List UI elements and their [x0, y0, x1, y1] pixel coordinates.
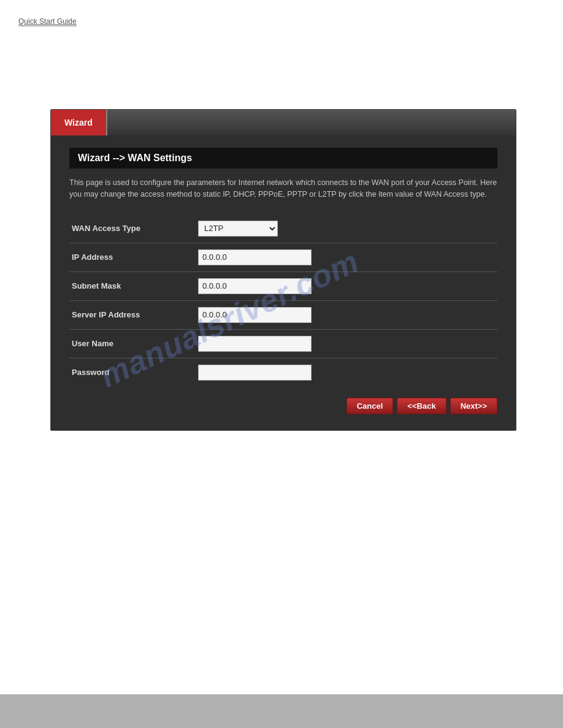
server-ip-address-row: Server IP Address [69, 300, 497, 329]
subnet-mask-cell [192, 271, 497, 300]
wan-access-type-cell: Static IP DHCP PPPoE PPTP L2TP [192, 214, 497, 243]
server-ip-address-input[interactable] [198, 307, 312, 323]
wan-settings-form: WAN Access Type Static IP DHCP PPPoE PPT… [69, 214, 497, 387]
page-description: This page is used to configure the param… [69, 177, 497, 201]
button-row: Cancel <<Back Next>> [69, 398, 497, 418]
ip-address-cell [192, 243, 497, 271]
ip-address-row: IP Address [69, 243, 497, 271]
wizard-header: Wizard [51, 110, 516, 135]
bottom-bar [0, 694, 563, 728]
ip-address-label: IP Address [69, 243, 192, 271]
user-name-cell [192, 329, 497, 358]
router-ui-panel: Wizard Wizard --> WAN Settings This page… [50, 109, 516, 431]
server-ip-address-label: Server IP Address [69, 300, 192, 329]
back-button[interactable]: <<Back [397, 398, 446, 414]
top-link[interactable]: Quick Start Guide [18, 17, 77, 26]
password-label: Password [69, 358, 192, 387]
subnet-mask-input[interactable] [198, 278, 312, 294]
password-cell [192, 358, 497, 387]
subnet-mask-label: Subnet Mask [69, 271, 192, 300]
subnet-mask-row: Subnet Mask [69, 271, 497, 300]
wan-access-type-select[interactable]: Static IP DHCP PPPoE PPTP L2TP [198, 221, 278, 237]
wan-access-type-row: WAN Access Type Static IP DHCP PPPoE PPT… [69, 214, 497, 243]
server-ip-address-cell [192, 300, 497, 329]
user-name-label: User Name [69, 329, 192, 358]
ip-address-input[interactable] [198, 249, 312, 265]
content-area: Wizard --> WAN Settings This page is use… [51, 135, 516, 430]
user-name-row: User Name [69, 329, 497, 358]
password-input[interactable] [198, 365, 312, 381]
wan-access-type-label: WAN Access Type [69, 214, 192, 243]
next-button[interactable]: Next>> [450, 398, 497, 414]
page-title: Wizard --> WAN Settings [69, 148, 497, 169]
wizard-tab: Wizard [51, 110, 107, 135]
cancel-button[interactable]: Cancel [347, 398, 394, 414]
password-row: Password [69, 358, 497, 387]
user-name-input[interactable] [198, 336, 312, 352]
